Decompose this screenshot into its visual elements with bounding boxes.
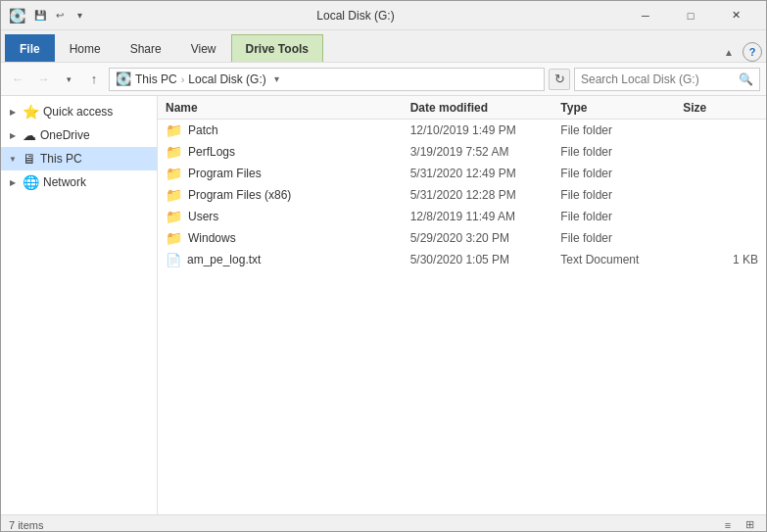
ribbon-help-button[interactable]: ? — [743, 42, 762, 62]
undo-button[interactable]: ↩ — [51, 7, 69, 24]
breadcrumb-this-pc: This PC — [135, 73, 177, 86]
file-type: File folder — [560, 145, 683, 159]
onedrive-cloud-icon: ☁ — [23, 127, 36, 143]
file-icon: 📄 — [166, 253, 181, 267]
refresh-button[interactable]: ↻ — [549, 69, 570, 90]
up-button[interactable]: ↑ — [83, 69, 105, 90]
breadcrumb-sep-1: › — [181, 73, 185, 85]
main-area: ▶ ⭐ Quick access ▶ ☁ OneDrive ▼ 🖥 This P… — [1, 96, 766, 514]
file-date: 3/19/2019 7:52 AM — [410, 145, 561, 159]
sidebar-label-quick-access: Quick access — [43, 105, 113, 119]
save-button[interactable]: 💾 — [31, 7, 49, 24]
file-list: Name Date modified Type Size 📁 Patch 12/… — [158, 96, 766, 514]
sidebar-label-this-pc: This PC — [40, 152, 82, 166]
sidebar-label-network: Network — [43, 175, 86, 189]
folder-icon: 📁 — [166, 166, 182, 181]
drive-icon: 💽 — [116, 72, 131, 86]
network-expand-icon: ▶ — [7, 178, 19, 187]
grid-view-button[interactable]: ⊞ — [741, 516, 758, 533]
folder-icon: 📁 — [166, 209, 182, 224]
file-name: Users — [188, 210, 218, 223]
window-controls: ─ □ ✕ — [623, 1, 758, 30]
sidebar-label-onedrive: OneDrive — [40, 128, 90, 142]
quick-access-toolbar: 💽 💾 ↩ ▾ — [9, 7, 88, 24]
ribbon-expand-button[interactable]: ▲ — [719, 42, 739, 62]
column-header-name[interactable]: Name — [166, 101, 410, 115]
sidebar-item-quick-access[interactable]: ▶ ⭐ Quick access — [1, 100, 157, 123]
maximize-button[interactable]: □ — [668, 1, 713, 30]
folder-icon: 📁 — [166, 144, 182, 160]
tab-file[interactable]: File — [5, 34, 55, 62]
recent-locations-button[interactable]: ▾ — [58, 69, 79, 90]
sidebar-item-onedrive[interactable]: ▶ ☁ OneDrive — [1, 123, 157, 147]
this-pc-computer-icon: 🖥 — [23, 151, 36, 167]
status-bar-right: ≡ ⊞ — [719, 516, 758, 533]
search-icon: 🔍 — [739, 73, 753, 86]
folder-icon: 📁 — [166, 187, 182, 203]
file-type: File folder — [560, 167, 683, 180]
title-bar: 💽 💾 ↩ ▾ Local Disk (G:) ─ □ ✕ — [1, 1, 766, 30]
file-date: 5/31/2020 12:49 PM — [410, 167, 561, 180]
file-size: 1 KB — [683, 253, 758, 266]
tab-manage[interactable]: Drive Tools — [231, 34, 323, 62]
forward-button[interactable]: → — [32, 69, 54, 90]
folder-icon: 📁 — [166, 230, 182, 246]
sidebar-item-network[interactable]: ▶ 🌐 Network — [1, 170, 157, 194]
file-list-header: Name Date modified Type Size — [158, 96, 766, 120]
file-date: 12/10/2019 1:49 PM — [410, 123, 561, 137]
file-type: File folder — [560, 210, 683, 223]
folder-icon: 📁 — [166, 122, 182, 138]
this-pc-expand-icon: ▼ — [7, 155, 19, 164]
onedrive-expand-icon: ▶ — [7, 131, 19, 140]
sidebar: ▶ ⭐ Quick access ▶ ☁ OneDrive ▼ 🖥 This P… — [1, 96, 158, 514]
title-bar-left: 💽 💾 ↩ ▾ — [9, 7, 88, 24]
list-view-button[interactable]: ≡ — [719, 516, 737, 533]
ribbon-tabs: File Home Share View Drive Tools ▲ ? — [1, 30, 766, 62]
file-date: 5/29/2020 3:20 PM — [410, 231, 561, 245]
column-header-date[interactable]: Date modified — [410, 101, 561, 115]
ribbon: File Home Share View Drive Tools ▲ ? — [1, 30, 766, 63]
file-row[interactable]: 📁 Windows 5/29/2020 3:20 PM File folder — [158, 227, 766, 249]
window-title: Local Disk (G:) — [88, 9, 623, 23]
file-date: 12/8/2019 11:49 AM — [410, 210, 561, 223]
tab-share[interactable]: Share — [116, 34, 176, 62]
app-icon: 💽 — [9, 8, 25, 24]
file-name: PerfLogs — [188, 145, 235, 159]
customize-quick-access-button[interactable]: ▾ — [71, 7, 88, 24]
quick-access-expand-icon: ▶ — [7, 108, 19, 117]
search-box[interactable]: 🔍 — [574, 68, 760, 91]
address-input[interactable]: 💽 This PC › Local Disk (G:) ▾ — [109, 68, 545, 91]
file-rows-container: 📁 Patch 12/10/2019 1:49 PM File folder 📁… — [158, 120, 766, 270]
column-header-size[interactable]: Size — [683, 101, 758, 115]
search-input[interactable] — [581, 73, 739, 86]
close-button[interactable]: ✕ — [713, 1, 758, 30]
address-bar: ← → ▾ ↑ 💽 This PC › Local Disk (G:) ▾ ↻ … — [1, 63, 766, 96]
file-row[interactable]: 📄 am_pe_log.txt 5/30/2020 1:05 PM Text D… — [158, 249, 766, 270]
file-row[interactable]: 📁 Program Files 5/31/2020 12:49 PM File … — [158, 163, 766, 184]
file-name: Patch — [188, 123, 218, 137]
ribbon-right-controls: ▲ ? — [719, 42, 762, 62]
status-bar: 7 items ≡ ⊞ — [1, 514, 766, 532]
file-type: File folder — [560, 231, 683, 245]
file-row[interactable]: 📁 Patch 12/10/2019 1:49 PM File folder — [158, 120, 766, 141]
file-name: Program Files (x86) — [188, 188, 291, 202]
tab-home[interactable]: Home — [55, 34, 116, 62]
item-count: 7 items — [9, 519, 43, 531]
quick-access-star-icon: ⭐ — [23, 104, 39, 120]
file-type: File folder — [560, 188, 683, 202]
file-date: 5/31/2020 12:28 PM — [410, 188, 561, 202]
sidebar-item-this-pc[interactable]: ▼ 🖥 This PC — [1, 147, 157, 170]
file-name: Program Files — [188, 167, 262, 180]
column-header-type[interactable]: Type — [560, 101, 683, 115]
minimize-button[interactable]: ─ — [623, 1, 668, 30]
file-row[interactable]: 📁 PerfLogs 3/19/2019 7:52 AM File folder — [158, 141, 766, 163]
back-button[interactable]: ← — [7, 69, 28, 90]
file-type: File folder — [560, 123, 683, 137]
file-type: Text Document — [560, 253, 683, 266]
file-name: am_pe_log.txt — [187, 253, 261, 266]
tab-view[interactable]: View — [176, 34, 231, 62]
address-dropdown-arrow[interactable]: ▾ — [274, 73, 279, 84]
file-row[interactable]: 📁 Users 12/8/2019 11:49 AM File folder — [158, 206, 766, 227]
file-row[interactable]: 📁 Program Files (x86) 5/31/2020 12:28 PM… — [158, 184, 766, 206]
file-name: Windows — [188, 231, 236, 245]
